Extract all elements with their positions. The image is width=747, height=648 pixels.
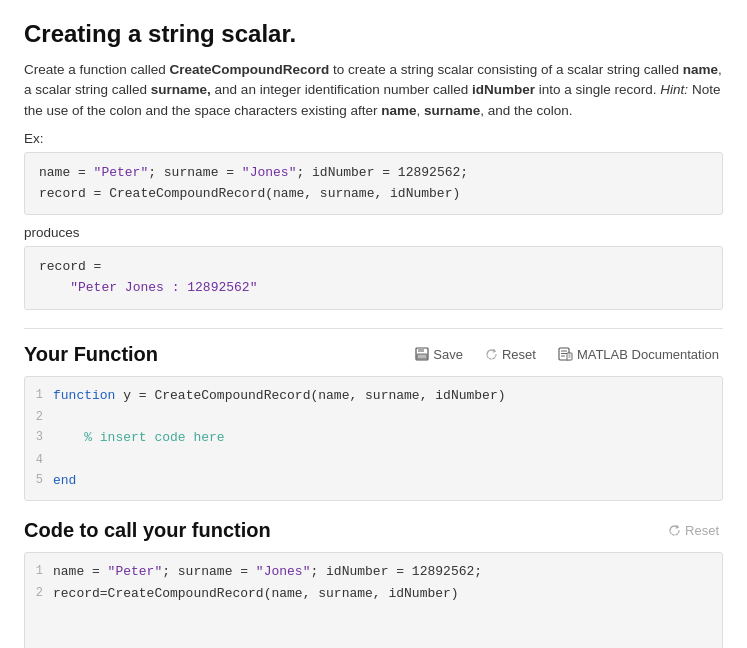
- output-line-1: record =: [39, 257, 708, 278]
- reset-icon-call: [668, 524, 681, 537]
- call-line-2: 2 record=CreateCompoundRecord(name, surn…: [25, 583, 718, 605]
- reset-label-call: Reset: [685, 523, 719, 538]
- reset-button-call[interactable]: Reset: [664, 521, 723, 540]
- func-linenum-3: 3: [25, 427, 53, 447]
- your-function-title: Your Function: [24, 343, 158, 366]
- call-code-1: name = "Peter"; surname = "Jones"; idNum…: [53, 561, 718, 583]
- ex-record-line: record = CreateCompoundRecord(name, surn…: [39, 186, 460, 201]
- desc-param1: name: [683, 62, 718, 77]
- example-code-block: name = "Peter"; surname = "Jones"; idNum…: [24, 152, 723, 216]
- page-title: Creating a string scalar.: [24, 20, 723, 48]
- func-linenum-2: 2: [25, 407, 53, 427]
- func-line-3: 3 % insert code here: [25, 427, 718, 449]
- func-linenum-1: 1: [25, 385, 53, 405]
- reset-button-function[interactable]: Reset: [481, 345, 540, 364]
- desc-param2: surname,: [151, 82, 211, 97]
- output-code-block: record = "Peter Jones : 12892562": [24, 246, 723, 310]
- desc-param3: idNumber: [472, 82, 535, 97]
- save-icon: [415, 347, 429, 361]
- func-linenum-4: 4: [25, 450, 53, 470]
- func-line-4: 4: [25, 450, 718, 470]
- svg-rect-7: [567, 353, 572, 360]
- call-line-1: 1 name = "Peter"; surname = "Jones"; idN…: [25, 561, 718, 583]
- ex-semicolon1: ; surname =: [148, 165, 242, 180]
- func-line-5: 5 end: [25, 470, 718, 492]
- func-line-1: 1 function y = CreateCompoundRecord(name…: [25, 385, 718, 407]
- desc-part5: into a single record.: [535, 82, 660, 97]
- desc-part8: , and the colon.: [480, 103, 572, 118]
- ex-surname-val: "Jones": [242, 165, 297, 180]
- call-function-editor[interactable]: 1 name = "Peter"; surname = "Jones"; idN…: [24, 552, 723, 648]
- svg-rect-1: [418, 348, 424, 352]
- func-code-1: function y = CreateCompoundRecord(name, …: [53, 385, 718, 407]
- desc-part2: to create a string scalar consisting of …: [329, 62, 682, 77]
- ex-name-var: name =: [39, 165, 94, 180]
- example-line-2: record = CreateCompoundRecord(name, surn…: [39, 184, 708, 205]
- function-editor[interactable]: 1 function y = CreateCompoundRecord(name…: [24, 376, 723, 501]
- func-linenum-5: 5: [25, 470, 53, 490]
- desc-part1: Create a function called: [24, 62, 170, 77]
- func-code-5: end: [53, 470, 718, 492]
- matlab-doc-label: MATLAB Documentation: [577, 347, 719, 362]
- ex-label: Ex:: [24, 131, 723, 146]
- save-label: Save: [433, 347, 463, 362]
- func-line-2: 2: [25, 407, 718, 427]
- desc-hint: Hint:: [660, 82, 688, 97]
- produces-label: produces: [24, 225, 723, 240]
- example-line-1: name = "Peter"; surname = "Jones"; idNum…: [39, 163, 708, 184]
- call-function-title: Code to call your function: [24, 519, 271, 542]
- desc-param4: name: [381, 103, 416, 118]
- desc-part7: ,: [417, 103, 425, 118]
- toolbar: Save Reset MATLAB Documentation: [411, 345, 723, 364]
- desc-param5: surname: [424, 103, 480, 118]
- output-line-2: "Peter Jones : 12892562": [39, 278, 708, 299]
- call-function-toolbar: Reset: [664, 521, 723, 540]
- save-button[interactable]: Save: [411, 345, 467, 364]
- your-function-header: Your Function Save Reset: [24, 343, 723, 366]
- matlab-doc-icon: [558, 347, 573, 361]
- reset-icon-function: [485, 348, 498, 361]
- call-linenum-2: 2: [25, 583, 53, 603]
- svg-rect-2: [417, 354, 427, 359]
- divider: [24, 328, 723, 329]
- ex-semicolon2: ; idNumber = 12892562;: [296, 165, 468, 180]
- call-function-header: Code to call your function Reset: [24, 519, 723, 542]
- desc-part4: and an integer identification number cal…: [211, 82, 472, 97]
- ex-name-val: "Peter": [94, 165, 149, 180]
- func-code-3: % insert code here: [53, 427, 718, 449]
- call-code-2: record=CreateCompoundRecord(name, surnam…: [53, 583, 718, 605]
- reset-label-function: Reset: [502, 347, 536, 362]
- desc-func-name: CreateCompoundRecord: [170, 62, 330, 77]
- call-linenum-1: 1: [25, 561, 53, 581]
- matlab-doc-button[interactable]: MATLAB Documentation: [554, 345, 723, 364]
- description: Create a function called CreateCompoundR…: [24, 60, 723, 121]
- output-string-val: "Peter Jones : 12892562": [70, 280, 257, 295]
